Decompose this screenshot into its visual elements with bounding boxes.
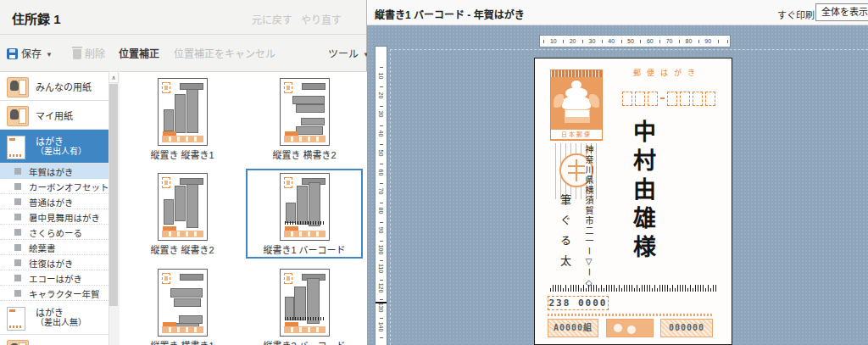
ruler-label: 60 [645,38,655,44]
thumb-stamp-icon [162,177,170,188]
print-now-button[interactable]: すぐ印刷 [777,8,815,21]
sidebar-item-9[interactable]: 往復はがき [0,255,108,270]
sidebar-item-7[interactable]: さくらめーる [0,225,108,240]
toolbar: 保存▼ 削除 位置補正 位置補正をキャンセル ツール▼ [0,35,366,71]
delete-button[interactable]: 削除 [73,46,105,60]
thumb-text-block [164,199,174,225]
thumb-stamp-icon [162,273,170,284]
thumb-stamp-icon [162,82,170,93]
template-item-0[interactable]: 縦置き 縦書き1 [124,74,241,164]
sender-name[interactable]: 筆ぐる太 [557,194,573,287]
ruler-tick [698,40,699,43]
ruler-tick [380,67,383,68]
square-bullet-icon [14,168,21,175]
ruler-label: 110 [378,263,384,274]
thumb-text-block [297,186,308,225]
zoom-select[interactable]: 全体を表示 [815,3,868,21]
sidebar-item-label: みんなの用紙 [36,80,92,93]
thumb-text-block [175,186,186,221]
ruler-tick [621,40,622,43]
thumb-text-block [186,184,198,228]
redo-button[interactable]: やり直す [301,12,342,26]
template-item-5[interactable]: 縦書き2 バーコード [246,264,363,345]
template-label: 縦置き 縦書き2 [125,242,239,256]
recipient-name[interactable]: 中村由雄様 [626,120,659,285]
ruler-label: 130 [378,302,384,313]
thumb-lottery-strip [284,231,326,237]
tools-button[interactable]: ツール▼ [328,46,370,60]
square-bullet-icon [14,229,21,236]
ruler-label: 70 [665,38,675,44]
ruler-tick [380,86,383,87]
template-label: 縦書き2 バーコード [248,338,361,345]
leaf-decoration-icon [589,94,599,108]
ruler-tick [582,40,583,43]
ruler-label: 90 [703,38,713,44]
thumb-text-block [175,94,186,133]
ruler-label: 70 [378,186,384,197]
thumb-text-block [170,288,203,298]
save-button[interactable]: 保存▼ [7,46,53,60]
sidebar-item-12[interactable]: はがき（差出人無） [0,301,108,335]
template-item-1[interactable]: 縦置き 横書き2 [246,74,363,164]
ruler-tick [380,260,383,261]
sidebar-item-13[interactable] [0,335,108,345]
sidebar-item-11[interactable]: キャラクター年賀 [0,286,108,301]
sidebar-item-1[interactable]: マイ用紙 [0,101,108,130]
thumb-stamp-icon [284,82,292,93]
sidebar-item-4[interactable]: カーボンオフセットはがき [0,179,108,194]
thumb-barcode [285,317,324,320]
sender-postal-code[interactable]: 238 0000 [548,296,609,310]
postal-digit-box [705,92,715,106]
template-item-4[interactable]: 縦置き 横書き1 [124,264,241,345]
position-cancel-button[interactable]: 位置補正をキャンセル [174,46,275,60]
sidebar-item-3[interactable]: 年賀はがき [0,164,108,179]
stamp-caption: 日本郵便 [551,130,602,139]
postal-digit-box [693,92,703,106]
ruler-label: 40 [606,38,616,44]
sidebar-item-2[interactable]: はがき（差出人有） [0,130,108,164]
thumb-text-block [174,298,201,307]
postal-digit-box [622,92,632,106]
customer-barcode [550,285,718,292]
sidebar-item-10[interactable]: エコーはがき [0,270,108,286]
thumb-lottery-strip [284,326,326,333]
sidebar-scroll-up-button[interactable]: ∧ [108,71,119,83]
thumb-text-block [294,287,306,320]
ruler-label: 20 [378,90,384,101]
undo-button[interactable]: 元に戻す [252,12,292,26]
square-bullet-icon [14,183,21,190]
ruler-label: 50 [626,38,636,44]
lottery-number-right: 000000 [660,319,713,337]
recipient-address[interactable]: 神奈川県横須賀市二一ー▽ー◇ [582,145,595,281]
template-item-3[interactable]: 縦書き1 バーコード [246,169,363,259]
sidebar-item-0[interactable]: みんなの用紙 [0,72,108,101]
position-fix-button[interactable]: 位置補正 [119,46,159,60]
thumb-text-block [296,104,325,113]
sidebar-item-sublabel: （差出人有） [36,147,86,157]
sidebar-item-label: マイ用紙 [36,109,73,122]
template-label: 縦置き 縦書き1 [125,147,239,161]
sidebar-item-6[interactable]: 暑中見舞用はがき [0,209,108,225]
sidebar-item-label: さくらめーる [29,225,82,238]
ruler-tick [380,299,383,300]
ruler-label: 60 [378,167,384,178]
sidebar-scrollbar-thumb[interactable] [109,84,118,306]
ruler-label: 10 [378,70,384,81]
save-label: 保存 [21,48,42,60]
paper-stack-icon [7,77,29,97]
ruler-tick [380,337,383,338]
lottery-number-left: A0000組 [548,319,598,337]
sidebar-item-label: 年賀はがき [29,164,74,177]
template-item-2[interactable]: 縦置き 縦書き2 [124,169,241,259]
ruler-tick [602,40,603,43]
recipient-postal-code-boxes[interactable] [622,91,718,106]
save-icon [7,48,18,59]
sidebar-item-5[interactable]: 普通はがき [0,194,108,209]
square-bullet-icon [14,290,21,297]
preview-title: 縦書き1 バーコード - 年賀はがき [375,7,525,21]
vertical-ruler: 102030405060708090100110120130140 [376,47,387,345]
fine-print-line [548,314,714,316]
sidebar-item-label: 絵葉書 [29,241,56,253]
sidebar-item-8[interactable]: 絵葉書 [0,240,108,255]
